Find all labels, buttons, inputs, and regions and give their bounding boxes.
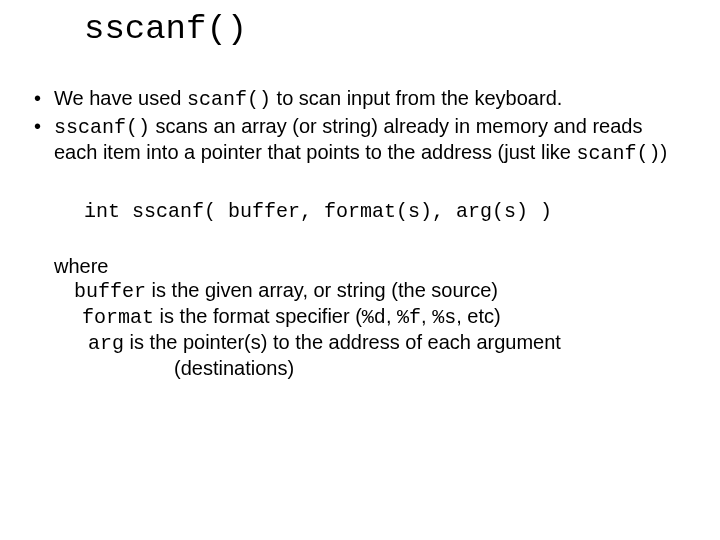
text: to scan input from the keyboard.: [271, 87, 562, 109]
text: ,: [386, 305, 397, 327]
text: is the format specifier (: [154, 305, 362, 327]
text: We have used: [54, 87, 187, 109]
slide-title: sscanf(): [84, 10, 247, 48]
slide: sscanf() We have used scanf() to scan in…: [0, 0, 720, 540]
where-format: format is the format specifier (%d, %f, …: [82, 304, 688, 330]
code-sscanf: sscanf(): [54, 116, 150, 139]
code-pd: %d: [362, 306, 386, 329]
code-format: format: [82, 306, 154, 329]
where-destinations: (destinations): [174, 356, 688, 380]
where-arg: arg is the pointer(s) to the address of …: [88, 330, 688, 356]
where-label: where: [54, 254, 688, 278]
slide-body: We have used scanf() to scan input from …: [28, 86, 688, 380]
text: is the pointer(s) to the address of each…: [124, 331, 561, 353]
code-arg: arg: [88, 332, 124, 355]
code-pf: %f: [397, 306, 421, 329]
where-buffer: buffer is the given array, or string (th…: [74, 278, 688, 304]
text: ): [661, 141, 668, 163]
text: ,: [421, 305, 432, 327]
text: , etc): [456, 305, 500, 327]
where-block: where buffer is the given array, or stri…: [54, 254, 688, 380]
function-signature: int sscanf( buffer, format(s), arg(s) ): [84, 200, 688, 224]
bullet-item-1: We have used scanf() to scan input from …: [28, 86, 688, 112]
code-scanf: scanf(): [577, 142, 661, 165]
code-scanf: scanf(): [187, 88, 271, 111]
text: is the given array, or string (the sourc…: [146, 279, 498, 301]
code-buffer: buffer: [74, 280, 146, 303]
bullet-list: We have used scanf() to scan input from …: [28, 86, 688, 166]
code-ps: %s: [432, 306, 456, 329]
bullet-item-2: sscanf() scans an array (or string) alre…: [28, 114, 688, 166]
